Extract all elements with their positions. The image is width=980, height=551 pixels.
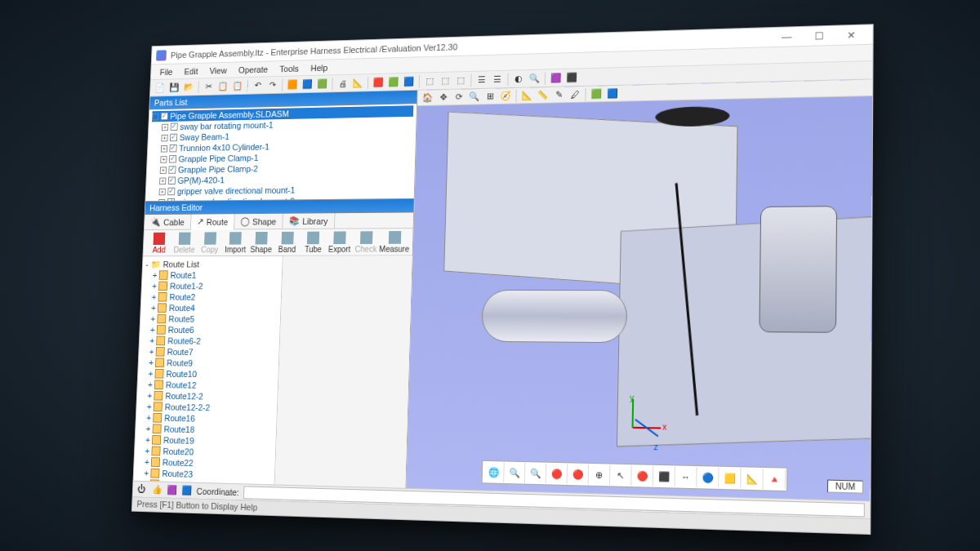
viewport-tool-1[interactable]: ✥ — [436, 90, 451, 104]
route-item[interactable]: +Route1 — [145, 269, 279, 281]
minimize-button[interactable]: — — [771, 27, 803, 46]
tree-expander-icon[interactable]: + — [148, 380, 153, 389]
tree-checkbox[interactable] — [170, 133, 177, 141]
toolbar-button-15[interactable]: 🖨 — [336, 76, 350, 91]
viewport-tool-3[interactable]: 🔍 — [467, 89, 482, 104]
toolbar-button-9[interactable]: ↷ — [265, 78, 279, 91]
toolbar-button-12[interactable]: 🟦 — [301, 77, 314, 91]
route-tree[interactable]: - 📁 Route List+Route1+Route1-2+Route2+Ro… — [133, 256, 283, 484]
tree-checkbox[interactable] — [171, 122, 178, 131]
view-button-8[interactable]: ⬛ — [653, 465, 675, 487]
view-button-5[interactable]: ⊕ — [589, 464, 611, 484]
view-button-9[interactable]: ↔ — [675, 466, 697, 487]
tree-expander-icon[interactable]: + — [151, 292, 156, 301]
toolbar-button-22[interactable]: ⬚ — [422, 73, 437, 88]
tree-checkbox[interactable] — [169, 144, 176, 152]
maximize-button[interactable]: ☐ — [803, 26, 835, 45]
toolbar-button-16[interactable]: 📐 — [350, 75, 364, 90]
menu-operate[interactable]: Operate — [233, 62, 274, 75]
toolbar-button-2[interactable]: 📂 — [182, 80, 196, 94]
viewport-tool-4[interactable]: ⊞ — [483, 88, 497, 103]
route-item[interactable]: +Route9 — [141, 357, 276, 369]
tree-expander-icon[interactable]: + — [147, 390, 152, 400]
route-item[interactable]: +Route6 — [143, 324, 277, 336]
viewport-tool-9[interactable]: ✎ — [551, 87, 566, 101]
toolbar-button-20[interactable]: 🟦 — [402, 74, 416, 89]
menu-help[interactable]: Help — [305, 60, 334, 73]
tree-expander-icon[interactable]: + — [145, 456, 149, 466]
route-list-root[interactable]: - 📁 Route List — [145, 258, 279, 269]
menu-tools[interactable]: Tools — [274, 61, 305, 74]
status-icon-1[interactable]: ⏻ — [137, 483, 148, 495]
tree-checkbox[interactable] — [161, 112, 168, 120]
route-item[interactable]: +Route7 — [142, 345, 277, 358]
export-button[interactable]: Export — [326, 229, 353, 254]
measure-button[interactable]: Measure — [379, 229, 410, 254]
view-button-0[interactable]: 🌐 — [483, 461, 505, 482]
tree-expander-icon[interactable]: + — [150, 325, 155, 335]
toolbar-button-19[interactable]: 🟩 — [386, 74, 400, 89]
tree-expander-icon[interactable]: + — [149, 335, 154, 345]
tab-cable[interactable]: 🔌Cable — [145, 214, 191, 229]
tree-expander-icon[interactable]: + — [159, 188, 166, 195]
tree-checkbox[interactable] — [168, 166, 176, 174]
viewport-tool-0[interactable]: 🏠 — [421, 90, 435, 104]
tree-expander-icon[interactable]: + — [159, 177, 166, 184]
toolbar-button-26[interactable]: ☰ — [474, 72, 489, 87]
tree-expander-icon[interactable]: + — [160, 166, 167, 173]
tree-expander-icon[interactable]: + — [162, 123, 168, 131]
viewport-tool-5[interactable]: 🧭 — [498, 88, 513, 103]
view-button-1[interactable]: 🔍 — [504, 462, 525, 482]
add-button[interactable]: Add — [146, 230, 172, 256]
3d-viewport[interactable]: 🏠✥⟳🔍⊞🧭📐📏✎🖊🟩🟦 x y z 🌐🔍🔍🔴🔴⊕↖🔴⬛↔🔵🟨📐🔺 NUM — [406, 79, 872, 500]
tree-checkbox[interactable] — [168, 176, 176, 184]
viewport-tool-10[interactable]: 🖊 — [568, 87, 582, 101]
route-item[interactable]: +Route4 — [144, 302, 278, 313]
toolbar-button-5[interactable]: 📋 — [216, 78, 230, 92]
tree-expander-icon[interactable]: + — [152, 281, 157, 290]
tab-library[interactable]: 📚Library — [283, 213, 335, 229]
tree-expander-icon[interactable]: + — [147, 402, 152, 411]
tree-expander-icon[interactable]: + — [151, 303, 156, 312]
tree-expander-icon[interactable]: + — [145, 424, 150, 433]
shape-button[interactable]: Shape — [248, 229, 275, 255]
viewport-tool-2[interactable]: ⟳ — [452, 89, 466, 104]
view-button-4[interactable]: 🔴 — [568, 464, 590, 484]
toolbar-button-8[interactable]: ↶ — [251, 78, 265, 91]
status-icon-3[interactable]: 🟪 — [167, 484, 177, 495]
view-button-12[interactable]: 📐 — [741, 468, 764, 489]
menu-view[interactable]: View — [203, 64, 233, 77]
view-button-11[interactable]: 🟨 — [719, 467, 741, 488]
view-button-3[interactable]: 🔴 — [546, 463, 568, 483]
tree-checkbox[interactable] — [169, 155, 176, 163]
tab-shape[interactable]: ◯Shape — [234, 213, 283, 229]
view-button-7[interactable]: 🔴 — [631, 465, 653, 487]
toolbar-button-1[interactable]: 💾 — [167, 80, 181, 94]
tree-expander-icon[interactable]: + — [149, 346, 154, 356]
toolbar-button-27[interactable]: ☰ — [490, 72, 505, 87]
tree-expander-icon[interactable]: + — [146, 412, 151, 422]
status-icon-2[interactable]: 👍 — [152, 483, 163, 495]
tree-expander-icon[interactable]: + — [153, 270, 158, 279]
viewport-tool-8[interactable]: 📏 — [536, 87, 550, 102]
view-button-2[interactable]: 🔍 — [525, 463, 546, 483]
toolbar-button-32[interactable]: 🟪 — [549, 70, 564, 85]
tree-expander-icon[interactable]: + — [144, 468, 149, 478]
toolbar-button-29[interactable]: ◐ — [511, 71, 526, 86]
viewport-tool-12[interactable]: 🟩 — [589, 86, 604, 100]
viewport-tool-13[interactable]: 🟦 — [605, 86, 620, 100]
tube-button[interactable]: Tube — [300, 229, 327, 255]
tree-expander-icon[interactable]: + — [148, 368, 153, 378]
tree-checkbox[interactable] — [167, 187, 175, 195]
tree-expander-icon[interactable]: - — [145, 260, 149, 269]
tab-route[interactable]: ↗Route — [190, 214, 234, 229]
toolbar-button-4[interactable]: ✂ — [202, 79, 216, 93]
route-item[interactable]: +Route6-2 — [142, 335, 276, 347]
3d-scene[interactable]: x y z — [406, 96, 872, 500]
toolbar-button-23[interactable]: ⬚ — [438, 73, 452, 87]
toolbar-button-6[interactable]: 📋 — [231, 78, 245, 92]
view-button-6[interactable]: ↖ — [610, 464, 632, 485]
tree-expander-icon[interactable]: + — [145, 434, 150, 444]
route-item[interactable]: +Route5 — [143, 313, 277, 324]
view-button-10[interactable]: 🔵 — [697, 467, 719, 488]
